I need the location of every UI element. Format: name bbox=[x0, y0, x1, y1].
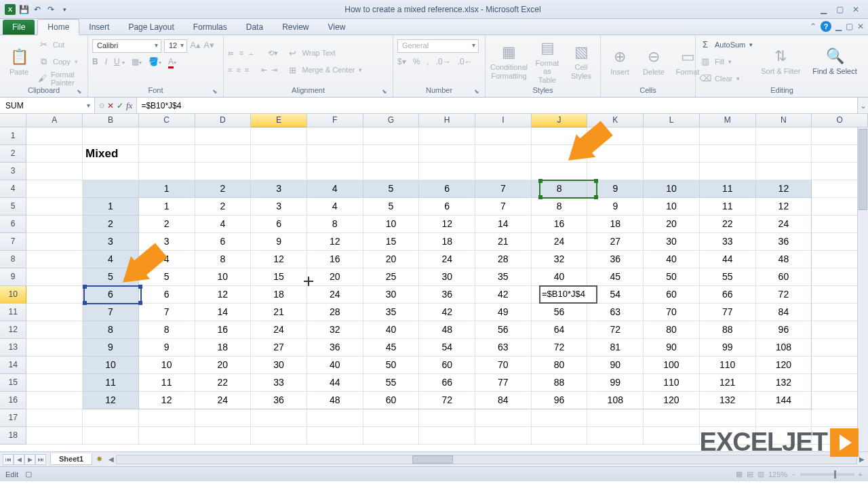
cell[interactable] bbox=[26, 233, 83, 251]
cell[interactable] bbox=[700, 145, 756, 163]
macro-record-icon[interactable]: ▢ bbox=[25, 470, 32, 479]
cell[interactable]: 8 bbox=[83, 321, 139, 339]
cell[interactable]: 9 bbox=[587, 198, 644, 216]
clear-button[interactable]: ⌫Clear▾ bbox=[700, 71, 753, 86]
autosum-button[interactable]: ΣAutoSum▾ bbox=[700, 37, 753, 52]
cell[interactable]: 60 bbox=[363, 392, 420, 409]
cell[interactable] bbox=[587, 163, 644, 180]
cell[interactable] bbox=[587, 145, 644, 163]
cell[interactable]: 8 bbox=[532, 180, 588, 198]
copy-button[interactable]: ⧉Copy▾ bbox=[38, 54, 83, 69]
cell[interactable] bbox=[363, 409, 420, 427]
cell[interactable] bbox=[26, 216, 83, 233]
col-header-H[interactable]: H bbox=[419, 114, 475, 127]
cell[interactable]: 9 bbox=[251, 233, 307, 251]
font-family-combo[interactable]: Calibri bbox=[92, 39, 161, 53]
cell[interactable]: 72 bbox=[532, 339, 588, 357]
cell[interactable]: 7 bbox=[475, 180, 532, 198]
cell[interactable]: 30 bbox=[419, 268, 475, 286]
tab-insert[interactable]: Insert bbox=[79, 20, 119, 35]
cell[interactable] bbox=[195, 409, 252, 427]
col-header-N[interactable]: N bbox=[756, 114, 812, 127]
cell[interactable]: 9 bbox=[139, 339, 195, 357]
cell[interactable]: 3 bbox=[251, 180, 307, 198]
cell[interactable]: 64 bbox=[532, 321, 588, 339]
cell[interactable]: 44 bbox=[307, 374, 363, 392]
cell[interactable]: 12 bbox=[139, 392, 195, 409]
cell[interactable]: 24 bbox=[251, 321, 307, 339]
format-painter-button[interactable]: 🖌Format Painter bbox=[38, 71, 83, 86]
cell[interactable]: 60 bbox=[644, 286, 700, 304]
cell[interactable] bbox=[587, 409, 644, 427]
cell[interactable]: 33 bbox=[700, 233, 756, 251]
cell[interactable]: 12 bbox=[83, 392, 139, 409]
cell[interactable]: 16 bbox=[307, 251, 363, 268]
cell[interactable] bbox=[532, 286, 588, 304]
row-header-16[interactable]: 16 bbox=[0, 392, 26, 409]
col-header-K[interactable]: K bbox=[587, 114, 644, 127]
cell[interactable]: 8 bbox=[307, 216, 363, 233]
cell[interactable]: 77 bbox=[700, 304, 756, 321]
row-header-15[interactable]: 15 bbox=[0, 374, 26, 392]
row-header-9[interactable]: 9 bbox=[0, 268, 26, 286]
cell[interactable]: 20 bbox=[644, 216, 700, 233]
fx-icon[interactable]: fx bbox=[126, 100, 132, 111]
cell[interactable]: 5 bbox=[363, 198, 420, 216]
cell[interactable] bbox=[26, 180, 83, 198]
paste-button[interactable]: 📋 Paste bbox=[4, 46, 34, 77]
cell[interactable] bbox=[26, 251, 83, 268]
cell[interactable]: 45 bbox=[363, 339, 420, 357]
cell[interactable]: 11 bbox=[700, 198, 756, 216]
cell[interactable] bbox=[644, 145, 700, 163]
cell[interactable]: 18 bbox=[419, 233, 475, 251]
col-header-M[interactable]: M bbox=[700, 114, 756, 127]
cell[interactable]: 10 bbox=[195, 268, 252, 286]
cell[interactable]: 11 bbox=[139, 374, 195, 392]
cell[interactable]: 10 bbox=[644, 198, 700, 216]
cell[interactable] bbox=[363, 427, 420, 445]
view-pagebreak-icon[interactable]: ▥ bbox=[757, 470, 764, 479]
cell[interactable]: 10 bbox=[139, 357, 195, 374]
font-color-button[interactable]: A▾ bbox=[168, 57, 176, 66]
cell[interactable]: 4 bbox=[307, 198, 363, 216]
ribbon-minimize-icon[interactable]: ⌃ bbox=[810, 22, 816, 31]
cell[interactable] bbox=[475, 163, 532, 180]
cell[interactable]: 12 bbox=[307, 233, 363, 251]
cell[interactable]: 8 bbox=[532, 198, 588, 216]
doc-close-icon[interactable]: ✕ bbox=[857, 22, 864, 31]
cell[interactable]: 36 bbox=[251, 392, 307, 409]
cell[interactable]: 1 bbox=[139, 198, 195, 216]
cell[interactable] bbox=[26, 145, 83, 163]
cell[interactable]: 1 bbox=[83, 198, 139, 216]
cell[interactable]: 100 bbox=[644, 357, 700, 374]
cell[interactable] bbox=[475, 427, 532, 445]
indent-increase-icon[interactable]: ⇥ bbox=[271, 66, 277, 75]
cell[interactable] bbox=[195, 163, 252, 180]
save-icon[interactable]: 💾 bbox=[18, 3, 30, 16]
zoom-out-icon[interactable]: − bbox=[791, 470, 795, 479]
cell[interactable] bbox=[26, 268, 83, 286]
sheet-nav-prev-icon[interactable]: ◀ bbox=[14, 454, 24, 465]
cell[interactable]: 4 bbox=[139, 251, 195, 268]
cell[interactable]: 12 bbox=[419, 216, 475, 233]
cell[interactable]: 70 bbox=[475, 357, 532, 374]
redo-icon[interactable]: ↷ bbox=[45, 3, 57, 16]
cell[interactable]: 63 bbox=[475, 339, 532, 357]
tab-page-layout[interactable]: Page Layout bbox=[119, 20, 183, 35]
cell[interactable] bbox=[419, 163, 475, 180]
accounting-icon[interactable]: $▾ bbox=[397, 57, 406, 66]
cell[interactable]: 60 bbox=[756, 268, 812, 286]
cell[interactable]: 99 bbox=[700, 339, 756, 357]
merge-center-button[interactable]: ⊞Merge & Center▾ bbox=[288, 62, 363, 77]
alignment-launcher-icon[interactable]: ⬊ bbox=[380, 88, 389, 96]
row-header-10[interactable]: 10 bbox=[0, 286, 26, 304]
cell[interactable]: 35 bbox=[475, 268, 532, 286]
cell[interactable]: 40 bbox=[532, 268, 588, 286]
select-all-corner[interactable] bbox=[0, 114, 26, 127]
cell[interactable]: 120 bbox=[756, 357, 812, 374]
align-left-icon[interactable]: ≡ bbox=[228, 66, 232, 74]
undo-icon[interactable]: ↶ bbox=[31, 3, 43, 16]
align-center-icon[interactable]: ≡ bbox=[236, 66, 240, 74]
cell[interactable]: 6 bbox=[195, 233, 252, 251]
cell[interactable] bbox=[83, 163, 139, 180]
